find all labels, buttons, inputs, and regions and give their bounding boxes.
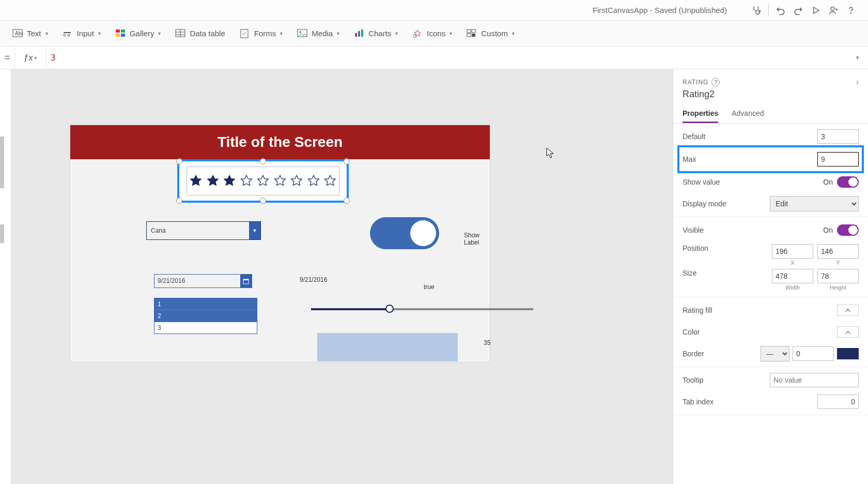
custom-icon xyxy=(467,29,477,38)
left-rail-handle-2[interactable] xyxy=(0,224,4,243)
stethoscope-icon[interactable] xyxy=(748,2,765,19)
ribbon-media-label: Media xyxy=(312,29,333,38)
canvas-area[interactable]: Title of the Screen Cana ▼ Show Label 9/… xyxy=(11,69,673,484)
share-user-icon[interactable] xyxy=(825,2,842,19)
ribbon-gallery[interactable]: Gallery▾ xyxy=(115,29,161,38)
control-name[interactable]: Rating2 xyxy=(673,89,868,105)
redo-icon[interactable] xyxy=(789,2,807,19)
datepicker-control[interactable]: 9/21/2016 xyxy=(154,274,252,288)
resize-handle[interactable] xyxy=(344,158,350,164)
prop-size-h[interactable] xyxy=(817,269,859,283)
ribbon-icons[interactable]: Icons▾ xyxy=(412,29,452,38)
prop-color-swatch[interactable] xyxy=(837,326,859,338)
svg-point-1 xyxy=(831,7,834,10)
help-icon[interactable] xyxy=(842,2,860,19)
left-rail[interactable] xyxy=(0,69,11,484)
screen-title[interactable]: Title of the Screen xyxy=(70,125,490,159)
formula-expand-icon[interactable]: ▾ xyxy=(847,54,868,61)
list-item[interactable]: 1 xyxy=(154,298,257,310)
prop-x-sublabel: X xyxy=(791,260,794,266)
tab-advanced[interactable]: Advanced xyxy=(732,105,764,123)
ribbon-icons-label: Icons xyxy=(427,29,445,38)
prop-visible-label: Visible xyxy=(683,226,823,234)
list-item[interactable]: 2 xyxy=(154,310,257,322)
prop-tabindex-label: Tab index xyxy=(683,398,817,406)
rating-stars[interactable] xyxy=(187,167,339,195)
resize-handle[interactable] xyxy=(176,198,182,204)
svg-rect-19 xyxy=(355,33,357,37)
ribbon-media[interactable]: Media▾ xyxy=(297,29,339,38)
ribbon-gallery-label: Gallery xyxy=(130,29,154,38)
ribbon-forms[interactable]: Forms▾ xyxy=(240,29,283,38)
star-icon[interactable] xyxy=(273,174,287,188)
star-icon[interactable] xyxy=(323,174,337,188)
resize-handle[interactable] xyxy=(260,198,266,204)
resize-handle[interactable] xyxy=(260,158,266,164)
star-icon[interactable] xyxy=(206,174,220,188)
star-icon[interactable] xyxy=(256,174,270,188)
ribbon-input[interactable]: Input▾ xyxy=(63,29,101,38)
rectangle-control[interactable] xyxy=(317,333,458,361)
prop-position-y[interactable] xyxy=(817,244,859,259)
slider-control[interactable] xyxy=(311,308,533,310)
list-item[interactable]: 3 xyxy=(154,322,257,334)
forms-icon xyxy=(240,29,250,38)
input-icon xyxy=(63,29,73,38)
left-rail-handle[interactable] xyxy=(0,137,4,188)
prop-default-input[interactable] xyxy=(817,129,859,144)
svg-rect-21 xyxy=(361,29,363,37)
prop-tabindex-input[interactable] xyxy=(817,395,859,409)
prop-displaymode-select[interactable]: Edit xyxy=(770,196,859,211)
prop-default-label: Default xyxy=(683,132,817,141)
ribbon-charts[interactable]: Charts▾ xyxy=(354,29,398,38)
icons-icon xyxy=(412,29,423,38)
prop-displaymode-label: Display mode xyxy=(683,200,770,208)
star-icon[interactable] xyxy=(189,174,203,188)
datatable-icon xyxy=(175,29,185,38)
undo-icon[interactable] xyxy=(772,2,789,19)
rating-control-selected[interactable] xyxy=(177,159,349,203)
calendar-icon[interactable] xyxy=(240,275,252,288)
prop-showvalue-label: Show value xyxy=(683,178,823,186)
control-type-label: RATING xyxy=(683,79,708,86)
prop-tooltip-label: Tooltip xyxy=(683,376,770,384)
prop-position-x[interactable] xyxy=(772,244,813,259)
prop-max-input[interactable] xyxy=(817,152,859,167)
play-icon[interactable] xyxy=(807,2,825,19)
prop-tooltip-input[interactable] xyxy=(770,373,859,387)
svg-point-22 xyxy=(413,35,416,38)
prop-border-width[interactable] xyxy=(793,346,834,361)
resize-handle[interactable] xyxy=(176,158,182,164)
star-icon[interactable] xyxy=(223,174,236,188)
fx-button[interactable]: ƒx▾ xyxy=(15,53,46,63)
prop-ratingfill-swatch[interactable] xyxy=(837,305,859,316)
ribbon-text[interactable]: Abc Text▾ xyxy=(12,29,48,38)
toggle-control[interactable] xyxy=(370,217,439,249)
canvas-screen[interactable]: Title of the Screen Cana ▼ Show Label 9/… xyxy=(70,125,490,362)
dropdown-control[interactable]: Cana ▼ xyxy=(146,221,261,240)
tab-properties[interactable]: Properties xyxy=(683,105,718,123)
svg-rect-9 xyxy=(121,29,125,33)
svg-text:Abc: Abc xyxy=(15,31,23,36)
ribbon-text-label: Text xyxy=(27,29,41,38)
star-icon[interactable] xyxy=(307,174,320,188)
prop-border-style[interactable]: — xyxy=(761,346,789,361)
chevron-down-icon[interactable]: ▼ xyxy=(249,222,260,239)
chevron-right-icon[interactable]: › xyxy=(856,78,859,87)
svg-point-7 xyxy=(68,34,70,36)
prop-size-w[interactable] xyxy=(772,269,813,283)
help-icon[interactable]: ? xyxy=(711,78,720,86)
prop-showvalue-toggle[interactable] xyxy=(837,176,859,188)
resize-handle[interactable] xyxy=(344,198,350,204)
ribbon-datatable[interactable]: Data table xyxy=(175,29,225,38)
prop-visible-toggle[interactable] xyxy=(837,224,859,236)
svg-rect-5 xyxy=(64,32,71,33)
prop-border-color[interactable] xyxy=(837,348,859,359)
star-icon[interactable] xyxy=(240,174,253,188)
formula-input[interactable] xyxy=(47,53,847,63)
ribbon-custom[interactable]: Custom▾ xyxy=(467,29,515,38)
prop-h-sublabel: Height xyxy=(830,284,846,291)
star-icon[interactable] xyxy=(290,174,303,188)
listbox-control[interactable]: 1 2 3 xyxy=(154,298,257,334)
slider-thumb[interactable] xyxy=(385,305,394,313)
